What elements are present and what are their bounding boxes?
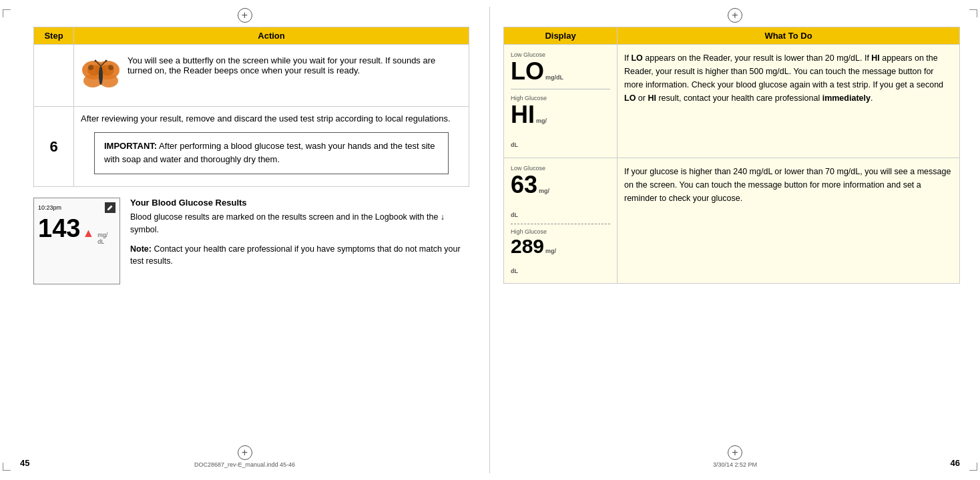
display-table: Display What To Do Low Glucose LOmg/dL H… (503, 27, 960, 284)
step6-num: 6 (34, 107, 74, 187)
butterfly-icon (81, 55, 121, 95)
hi-num-289: 289mg/dL (511, 236, 610, 276)
step6-action-text: After reviewing your result, remove and … (81, 112, 462, 126)
bold-immediately: immediately (822, 93, 871, 103)
lo-hi-divider (511, 89, 610, 89)
edit-icon (105, 202, 115, 213)
reg-mark-bottom-right (728, 445, 742, 460)
bold-hi-2: HI (648, 93, 656, 103)
step6-action: After reviewing your result, remove and … (74, 107, 469, 187)
reg-mark-bottom-left (238, 445, 252, 460)
lo-unit: mg/dL (545, 74, 563, 81)
device-big-number: 143 (38, 216, 80, 241)
lo-hi-display-cell: Low Glucose LOmg/dL High Glucose HImg/dL (504, 45, 618, 158)
reg-mark-top-left (238, 8, 252, 23)
right-page: Display What To Do Low Glucose LOmg/dL H… (490, 7, 980, 473)
butterfly-action-cell: You will see a butterfly on the screen w… (74, 45, 469, 107)
butterfly-step-cell (34, 45, 74, 107)
lo-text: LOmg/dL (511, 59, 610, 83)
device-unit: mg/dL (97, 232, 107, 245)
device-reading: 143 ▲ mg/dL (38, 216, 115, 245)
butterfly-action-text: You will see a butterfly on the screen w… (128, 55, 462, 75)
bold-lo: LO (631, 53, 642, 63)
bgr-body: Blood glucose results are marked on the … (130, 211, 469, 236)
what-to-do-header: What To Do (618, 27, 960, 45)
svg-point-11 (95, 60, 97, 62)
step-action-table: Step Action (33, 27, 469, 187)
bgr-note: Note: Contact your health care professio… (130, 243, 469, 268)
device-mockup: 10:23pm 143 ▲ mg/dL (33, 198, 120, 284)
lo-hi-what-to-do: If LO appears on the Reader, your result… (618, 45, 960, 158)
butterfly-row: You will see a butterfly on the screen w… (34, 45, 469, 107)
left-page: Step Action (0, 7, 490, 473)
hi-text: HImg/dL (511, 103, 610, 151)
important-box: IMPORTANT: After performing a blood gluc… (94, 132, 449, 175)
corner-mark-tl (3, 9, 11, 17)
corner-mark-bl (3, 463, 11, 471)
lo-hi-row: Low Glucose LOmg/dL High Glucose HImg/dL… (504, 45, 960, 158)
important-label: IMPORTANT: (104, 141, 157, 151)
display-header: Display (504, 27, 618, 45)
device-time: 10:23pm (38, 204, 61, 211)
bgr-title: Your Blood Glucose Results (130, 198, 469, 208)
range-row: Low Glucose 63mg/dL High Glucose 289mg/d… (504, 158, 960, 284)
range-display-cell: Low Glucose 63mg/dL High Glucose 289mg/d… (504, 158, 618, 284)
footer-doc-left: DOC28687_rev-E_manual.indd 45-46 (194, 461, 295, 468)
corner-mark-br (969, 463, 977, 471)
lo-num-63: 63mg/dL (511, 173, 610, 221)
action-header: Action (74, 27, 469, 45)
device-arrow-icon: ▲ (82, 226, 94, 240)
note-text: Contact your health care professional if… (130, 244, 461, 266)
svg-point-7 (108, 65, 113, 70)
dashed-separator (511, 224, 610, 224)
range-what-to-do: If your glucose is higher than 240 mg/dL… (618, 158, 960, 284)
bold-hi: HI (871, 53, 880, 63)
display-header-row: Display What To Do (504, 27, 960, 45)
bgr-section: 10:23pm 143 ▲ mg/dL Your Blood Glucose R… (33, 198, 469, 284)
reg-mark-top-right (728, 8, 742, 23)
step6-row: 6 After reviewing your result, remove an… (34, 107, 469, 187)
svg-point-8 (99, 66, 103, 85)
footer-doc-right: 3/30/14 2:52 PM (713, 461, 757, 468)
bold-lo-2: LO (624, 93, 636, 103)
svg-point-12 (105, 60, 107, 62)
bgr-text-area: Your Blood Glucose Results Blood glucose… (130, 198, 469, 268)
page-num-left: 45 (20, 458, 29, 468)
svg-point-6 (88, 65, 93, 70)
note-label: Note: (130, 244, 152, 254)
corner-mark-tr (969, 9, 977, 17)
step-header: Step (34, 27, 74, 45)
high-glucose-label-2: High Glucose (511, 228, 610, 235)
page-num-right: 46 (951, 458, 960, 468)
device-top-bar: 10:23pm (38, 202, 115, 213)
